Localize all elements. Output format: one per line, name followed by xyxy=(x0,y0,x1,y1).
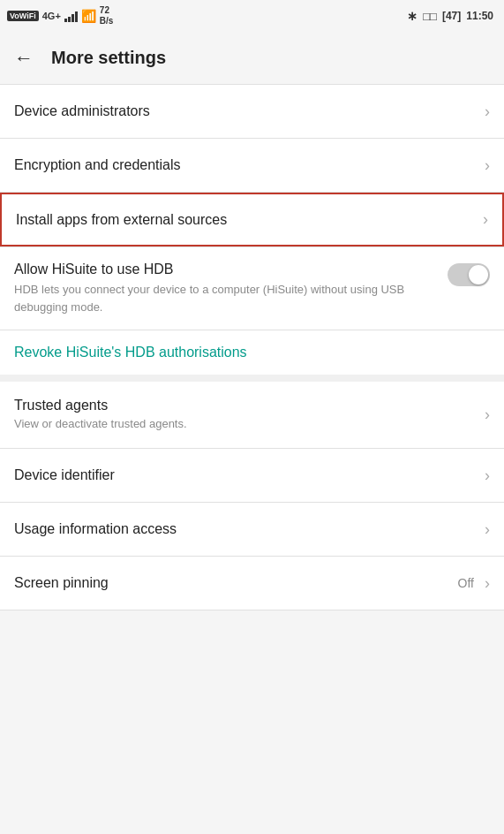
screen-pinning-label: Screen pinning xyxy=(14,575,458,591)
chevron-icon: › xyxy=(483,210,488,229)
menu-item-device-administrators[interactable]: Device administrators › xyxy=(0,85,504,138)
vowifi-label: VoWiFi xyxy=(7,11,39,21)
menu-item-device-identifier[interactable]: Device identifier › xyxy=(0,449,504,502)
menu-item-screen-pinning[interactable]: Screen pinning Off › xyxy=(0,557,504,610)
install-apps-label: Install apps from external sources xyxy=(16,212,476,228)
revoke-link[interactable]: Revoke HiSuite's HDB authorisations xyxy=(14,345,247,360)
chevron-icon: › xyxy=(485,520,490,539)
hdb-section: Allow HiSuite to use HDB HDB lets you co… xyxy=(0,247,504,330)
toggle-knob xyxy=(469,265,488,284)
header: ← More settings xyxy=(0,32,504,85)
menu-item-install-apps[interactable]: Install apps from external sources › xyxy=(0,193,504,246)
chevron-icon: › xyxy=(485,574,490,593)
time-label: 11:50 xyxy=(466,10,493,22)
sim-icon: □□ xyxy=(423,10,437,23)
battery-level: [47] xyxy=(442,10,461,22)
menu-item-usage-info[interactable]: Usage information access › xyxy=(0,503,504,556)
hdb-title: Allow HiSuite to use HDB xyxy=(14,262,437,277)
off-label: Off xyxy=(458,576,474,590)
hdb-toggle[interactable] xyxy=(448,263,490,286)
wifi-icon: 📶 xyxy=(81,9,96,23)
status-left: VoWiFi 4G+ 📶 72B/s xyxy=(7,5,113,27)
trusted-agents-subtitle: View or deactivate trusted agents. xyxy=(14,416,478,432)
status-right: ∗ □□ [47] 11:50 xyxy=(407,9,493,23)
page-title: More settings xyxy=(51,48,166,68)
network-type: 4G+ xyxy=(42,11,61,21)
bluetooth-icon: ∗ xyxy=(407,9,417,23)
menu-item-encryption[interactable]: Encryption and credentials › xyxy=(0,139,504,192)
chevron-icon: › xyxy=(485,102,490,121)
hdb-description: HDB lets you connect your device to a co… xyxy=(14,281,437,315)
divider-8 xyxy=(0,610,504,610)
settings-content: Device administrators › Encryption and c… xyxy=(0,85,504,610)
section-divider xyxy=(0,375,504,382)
status-bar: VoWiFi 4G+ 📶 72B/s ∗ □□ [47] 11:50 xyxy=(0,0,504,32)
revoke-section[interactable]: Revoke HiSuite's HDB authorisations xyxy=(0,330,504,375)
back-button[interactable]: ← xyxy=(14,47,34,70)
chevron-icon: › xyxy=(485,406,490,424)
device-admins-label: Device administrators xyxy=(14,103,478,119)
menu-item-trusted-agents[interactable]: Trusted agents View or deactivate truste… xyxy=(0,382,504,448)
chevron-icon: › xyxy=(485,156,490,175)
encryption-label: Encryption and credentials xyxy=(14,157,478,173)
device-identifier-label: Device identifier xyxy=(14,467,478,483)
chevron-icon: › xyxy=(485,466,490,485)
usage-info-label: Usage information access xyxy=(14,521,478,537)
trusted-agents-label: Trusted agents xyxy=(14,398,478,413)
speed-text: 72B/s xyxy=(100,5,114,27)
signal-bars xyxy=(64,10,78,22)
